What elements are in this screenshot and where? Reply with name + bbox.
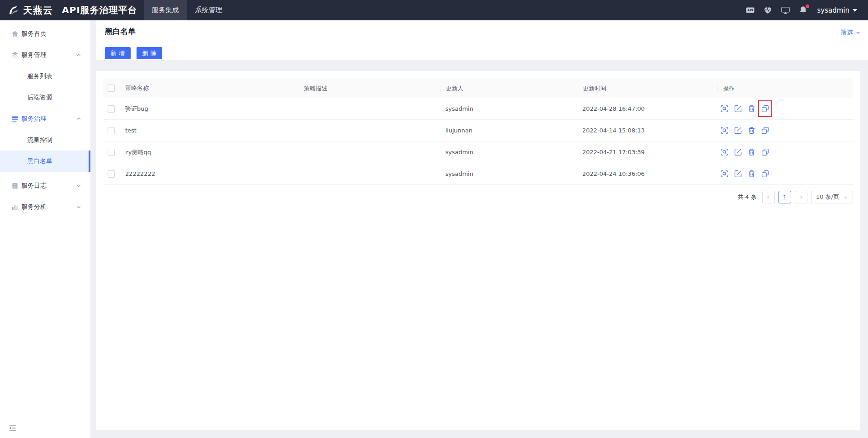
console-monitor-icon[interactable]	[781, 5, 790, 15]
chevron-down-icon	[855, 30, 861, 35]
sidebar-item-label: 后端资源	[27, 94, 52, 102]
total-count: 共 4 条	[737, 193, 757, 201]
updater: sysadmin	[445, 105, 473, 112]
col-policy-name: 策略名称	[125, 84, 149, 92]
view-detail-icon[interactable]	[721, 148, 728, 156]
sidebar-item-service-management[interactable]: 服务管理	[0, 44, 90, 66]
sidebar-menu: 服务首页 服务管理 服务列表 后端资源 服务治理	[0, 20, 90, 217]
top-nav-tabs: 服务集成 系统管理	[144, 0, 231, 20]
platform-title: API服务治理平台	[62, 4, 137, 16]
chevron-down-icon	[76, 183, 81, 188]
edit-icon[interactable]	[734, 105, 742, 113]
page-title: 黑白名单	[105, 26, 136, 37]
sidebar-item-service-governance[interactable]: 服务治理	[0, 108, 90, 129]
update-time: 2022-04-28 16:47:00	[582, 105, 645, 112]
topbar: 天燕云 API服务治理平台 服务集成 系统管理 API sysadmin	[0, 0, 868, 20]
table-row: 22222222 sysadmin 2022-04-24 10:36:06	[103, 163, 853, 185]
view-detail-icon[interactable]	[721, 170, 728, 178]
page-number[interactable]: 1	[778, 191, 791, 203]
api-doc-icon[interactable]: API	[745, 5, 755, 15]
view-detail-icon[interactable]	[721, 127, 728, 134]
sidebar-item-label: 黑白名单	[27, 157, 52, 165]
delete-icon[interactable]	[748, 170, 755, 178]
table-row: zy测略qq sysadmin 2022-04-21 17:03:39	[103, 141, 853, 163]
pagination: 共 4 条 1 10 条/页	[96, 191, 853, 203]
policy-name: zy测略qq	[125, 148, 151, 156]
row-checkbox[interactable]	[108, 170, 115, 178]
notification-bell-icon[interactable]	[798, 5, 808, 15]
sidebar-item-traffic-control[interactable]: 流量控制	[0, 129, 90, 151]
chevron-up-icon	[76, 116, 81, 122]
user-caret-icon	[853, 9, 857, 12]
copy-icon[interactable]	[761, 170, 769, 178]
sidebar-collapse-icon[interactable]	[8, 424, 17, 433]
col-policy-desc: 策略描述	[298, 85, 327, 92]
edit-icon[interactable]	[734, 170, 742, 178]
tab-system-management[interactable]: 系统管理	[187, 0, 231, 20]
copy-icon[interactable]	[761, 148, 769, 156]
layers-icon	[11, 52, 19, 59]
row-checkbox[interactable]	[108, 105, 115, 113]
update-time: 2022-04-24 10:36:06	[582, 170, 645, 177]
row-checkbox[interactable]	[108, 149, 115, 156]
health-monitor-icon[interactable]	[763, 5, 773, 15]
page-size-select[interactable]: 10 条/页	[811, 191, 853, 203]
svg-text:API: API	[748, 9, 753, 12]
chevron-down-icon	[843, 195, 848, 200]
edit-icon[interactable]	[734, 148, 742, 156]
delete-icon[interactable]	[748, 148, 755, 156]
row-checkbox[interactable]	[108, 127, 115, 134]
copy-icon[interactable]	[761, 127, 769, 134]
update-time: 2022-04-21 17:03:39	[582, 149, 645, 155]
page-size-value: 10 条/页	[816, 193, 839, 201]
sidebar-item-backend-resources[interactable]: 后端资源	[0, 87, 90, 108]
select-all-checkbox[interactable]	[108, 85, 115, 92]
home-icon	[11, 30, 19, 38]
edit-icon[interactable]	[734, 127, 742, 134]
table-row: 验证bug sysadmin 2022-04-28 16:47:00	[103, 98, 853, 120]
delete-button[interactable]: 删 除	[137, 47, 162, 59]
sidebar-item-service-list[interactable]: 服务列表	[0, 66, 90, 87]
filter-toggle[interactable]: 筛选	[840, 28, 861, 37]
notification-badge	[806, 5, 809, 8]
sidebar-item-service-home[interactable]: 服务首页	[0, 23, 90, 44]
sidebar: 服务首页 服务管理 服务列表 后端资源 服务治理	[0, 20, 90, 438]
tab-service-integration[interactable]: 服务集成	[144, 0, 187, 20]
sidebar-item-label: 服务管理	[21, 51, 47, 59]
policy-name: 验证bug	[125, 105, 148, 113]
log-clipboard-icon	[11, 182, 19, 189]
sidebar-item-label: 流量控制	[27, 136, 52, 144]
prev-page-button[interactable]	[762, 191, 775, 203]
topbar-right: API sysadmin	[737, 5, 868, 15]
delete-icon[interactable]	[748, 127, 755, 134]
add-button[interactable]: 新 增	[105, 47, 131, 59]
user-menu[interactable]: sysadmin	[817, 6, 857, 14]
updater: sysadmin	[445, 149, 473, 155]
filter-label: 筛选	[840, 28, 853, 37]
toolbar: 新 增 删 除	[105, 47, 162, 59]
brand-name: 天燕云	[23, 4, 53, 17]
policy-name: test	[125, 127, 137, 134]
annotation-red-box	[758, 100, 772, 117]
bar-chart-icon	[11, 203, 19, 211]
username: sysadmin	[817, 6, 849, 14]
sidebar-item-label: 服务首页	[21, 30, 47, 38]
sidebar-item-label: 服务列表	[27, 72, 52, 80]
next-page-button[interactable]	[795, 191, 807, 203]
delete-icon[interactable]	[748, 105, 755, 113]
col-update-time: 更新时间	[577, 85, 606, 92]
view-detail-icon[interactable]	[721, 105, 728, 113]
policy-name: 22222222	[125, 170, 155, 177]
col-operations: 操作	[717, 85, 735, 92]
updater: sysadmin	[445, 170, 473, 177]
policy-table: 策略名称 策略描述 更新人 更新时间 操作 验证bug sysadmin 202…	[103, 78, 853, 185]
table-header: 策略名称 策略描述 更新人 更新时间 操作	[103, 78, 853, 98]
table-row: test liujunnan 2022-04-14 15:08:13	[103, 120, 853, 141]
sidebar-item-blackwhite-list[interactable]: 黑白名单	[0, 151, 90, 172]
brand-area: 天燕云 API服务治理平台	[0, 4, 137, 17]
sidebar-item-service-logs[interactable]: 服务日志	[0, 175, 90, 196]
sidebar-item-service-analytics[interactable]: 服务分析	[0, 196, 90, 217]
chevron-up-icon	[76, 52, 81, 58]
copy-icon[interactable]	[761, 105, 769, 113]
tianyan-logo-icon	[7, 4, 19, 16]
